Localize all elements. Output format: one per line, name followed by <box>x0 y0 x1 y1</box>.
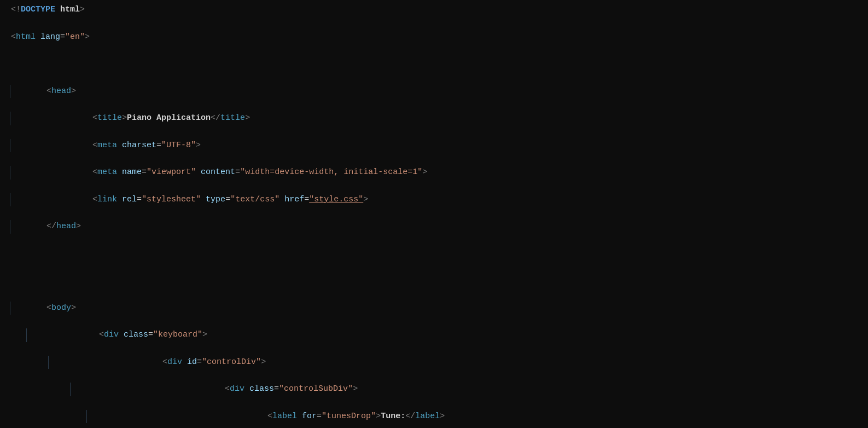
code-editor: <!DOCTYPE html> <html lang="en"> <head> … <box>0 0 868 428</box>
code-line-12: <body> <box>10 302 868 315</box>
code-line-15: <div class="controlSubDiv"> <box>70 383 868 396</box>
code-line-8: <link rel="stylesheet" type="text/css" h… <box>10 193 868 207</box>
code-line-16: <label for="tunesDrop">Tune:</label> <box>86 410 868 424</box>
code-line-11 <box>0 274 868 288</box>
code-line-3 <box>0 57 868 71</box>
code-line-13: <div class="keyboard"> <box>26 328 868 342</box>
code-line-10 <box>0 247 868 261</box>
code-line-5: <title>Piano Application</title> <box>10 112 868 125</box>
code-line-7: <meta name="viewport" content="width=dev… <box>10 166 868 180</box>
code-line-2: <html lang="en"> <box>0 31 868 44</box>
code-line-14: <div id="controlDiv"> <box>48 356 868 369</box>
code-line-6: <meta charset="UTF-8"> <box>10 139 868 153</box>
code-line-4: <head> <box>10 85 868 99</box>
code-line-9: </head> <box>10 220 868 234</box>
code-line-1: <!DOCTYPE html> <box>0 3 868 17</box>
